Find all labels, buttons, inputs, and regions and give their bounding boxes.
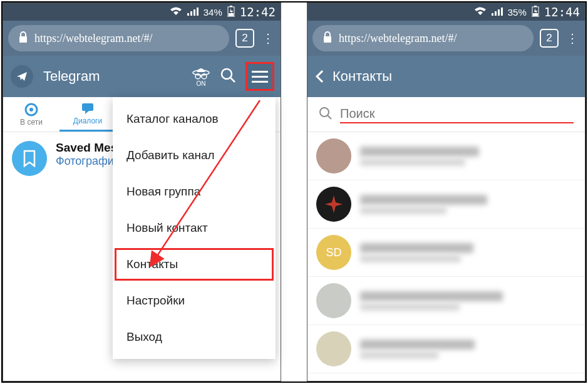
menu-new-contact[interactable]: Новый контакт [113,210,276,246]
phone-right: 35% 12:44 https://webtelegram.net/#/ 2 ⋮… [307,3,585,381]
svg-rect-20 [498,9,500,16]
tab-count[interactable]: 2 [540,29,559,48]
contacts-search-input[interactable] [340,105,574,123]
search-icon [319,106,333,123]
incognito-label: ON [197,80,206,87]
svg-rect-16 [82,103,93,111]
status-bar: 35% 12:44 [307,3,585,21]
browser-menu-icon[interactable]: ⋮ [260,31,276,46]
contact-row[interactable]: SD [307,229,585,277]
menu-settings[interactable]: Настройки [113,283,276,319]
svg-rect-18 [492,13,493,16]
contacts-search-row [307,97,585,132]
contact-row[interactable] [307,277,585,325]
menu-catalog-channels[interactable]: Каталог каналов [113,101,276,137]
contact-avatar [316,187,351,222]
svg-line-13 [230,78,235,82]
browser-bar: https://webtelegram.net/#/ 2 ⋮ [307,21,585,56]
tab-online[interactable]: В сети [3,97,59,132]
bookmark-avatar-icon [12,141,47,176]
wifi-icon [170,7,182,18]
url-box[interactable]: https://webtelegram.net/#/ [312,25,534,51]
battery-percent: 35% [508,7,527,18]
signal-icon [187,7,199,18]
menu-add-channel[interactable]: Добавить канал [113,137,276,174]
status-bar: 34% 12:42 [3,3,281,21]
url-text: https://webtelegram.net/#/ [34,32,152,45]
search-icon[interactable] [219,66,237,86]
lock-icon [322,31,333,46]
menu-new-group[interactable]: Новая группа [113,174,276,210]
contact-row[interactable] [307,132,585,180]
svg-rect-6 [229,13,234,16]
browser-menu-icon[interactable]: ⋮ [565,31,580,46]
battery-percent: 34% [204,7,222,18]
incognito-toggle[interactable]: ON [192,66,210,87]
battery-icon [532,6,539,19]
contact-row[interactable] [307,180,585,229]
menu-logout[interactable]: Выход [113,319,276,355]
telegram-logo-icon[interactable] [9,64,34,89]
clock: 12:44 [544,5,580,19]
contact-avatar [316,283,351,318]
header-title: Контакты [333,68,392,85]
svg-point-26 [320,108,329,117]
svg-line-27 [328,115,331,119]
contact-avatar [316,138,351,174]
svg-rect-21 [501,8,503,16]
svg-point-15 [29,108,33,112]
svg-rect-25 [324,36,331,43]
tab-dialogs[interactable]: Диалоги [59,97,116,132]
svg-rect-7 [19,36,27,43]
signal-icon [492,7,503,18]
url-text: https://webtelegram.net/#/ [339,32,456,45]
url-box[interactable]: https://webtelegram.net/#/ [8,25,229,51]
wifi-icon [474,7,487,18]
lock-icon [18,31,28,46]
contact-avatar [316,331,351,366]
contact-row[interactable] [307,325,585,373]
phone-left: 34% 12:42 https://webtelegram.net/#/ 2 ⋮… [3,3,281,381]
svg-rect-1 [190,11,192,16]
contacts-header: Контакты [307,56,585,97]
svg-point-12 [222,69,232,79]
battery-icon [227,6,235,19]
back-chevron-icon[interactable] [316,70,328,83]
browser-bar: https://webtelegram.net/#/ 2 ⋮ [3,21,281,56]
svg-rect-24 [533,13,538,16]
contacts-list: SD [307,132,585,373]
contact-avatar: SD [316,235,351,270]
svg-rect-0 [187,13,189,16]
clock: 12:42 [240,5,276,19]
menu-contacts[interactable]: Контакты [113,246,276,283]
main-menu-dropdown: Каталог каналов Добавить канал Новая гру… [113,97,276,359]
app-title: Telegram [43,68,183,85]
hamburger-menu-button[interactable] [245,62,274,91]
svg-rect-19 [495,11,497,16]
svg-rect-2 [193,9,195,16]
tab-count[interactable]: 2 [235,29,254,48]
app-header: Telegram ON [3,56,281,97]
svg-rect-3 [197,8,199,16]
